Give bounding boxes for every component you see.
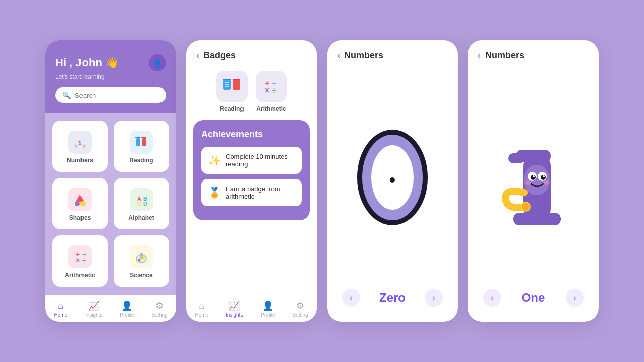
svg-rect-30 [223,79,231,80]
svg-rect-5 [136,138,140,146]
number-nav-one: ‹ One › [468,289,599,322]
svg-text:×: × [76,256,80,264]
home-icon2: ⌂ [199,301,204,311]
search-bar[interactable]: 🔍 [55,87,166,103]
svg-rect-4 [133,134,149,150]
zero-screen: ‹ Numbers ‹ Zero › [327,40,458,322]
back-button-one[interactable]: ‹ [478,50,481,61]
reading-label: Reading [129,157,153,164]
science-label: Science [130,272,152,279]
number-nav-zero: ‹ Zero › [327,289,458,322]
grid-item-arithmetic[interactable]: + − × ÷ Arithmetic [52,235,108,287]
next-arrow-zero[interactable]: › [425,289,443,307]
nav-setting[interactable]: ⚙ Setting [151,300,167,318]
alphabet-icon: A B C D [130,188,153,211]
prev-arrow-one[interactable]: ‹ [483,289,501,307]
achievement-reading-icon: ✨ [208,154,221,166]
one-character-svg [488,122,579,233]
nav-home-label: Home [54,312,67,318]
nav2-profile[interactable]: 👤 Profile [261,300,275,318]
svg-point-11 [80,201,86,206]
svg-rect-7 [135,137,140,138]
svg-point-47 [524,165,550,195]
numbers-label: Numbers [67,157,93,164]
alphabet-label: Alphabet [128,214,154,221]
grid-item-numbers[interactable]: 1 2 3 Numbers [52,121,108,172]
reading-badge-label: Reading [220,105,244,112]
svg-rect-8 [141,137,146,138]
profile-icon2: 👤 [262,300,273,311]
svg-point-53 [543,175,545,177]
subtitle-text: Let's start learning [55,73,166,80]
page-title-one: Numbers [485,50,524,61]
arithmetic-icon: + − × ÷ [68,245,92,268]
one-screen: ‹ Numbers [468,40,599,322]
top-nav-one: ‹ Numbers [468,40,599,66]
svg-point-42 [390,177,395,183]
next-arrow-one[interactable]: › [566,289,584,307]
greeting-label: Hi , John [55,56,102,69]
nav-home[interactable]: ⌂ Home [54,301,67,318]
arithmetic-label: Arithmetic [65,272,95,279]
profile-icon: 👤 [121,300,132,311]
nav2-setting[interactable]: ⚙ Setting [292,300,308,318]
badge-reading[interactable]: Reading [216,71,248,112]
prev-arrow-zero[interactable]: ‹ [342,289,360,307]
top-nav-zero: ‹ Numbers [327,40,458,66]
home-screen: Hi , John 👋 👤 Let's start learning 🔍 1 2… [45,40,176,322]
svg-point-54 [525,180,531,185]
greeting-text: Hi , John 👋 [55,56,119,69]
numbers-icon: 1 2 3 [68,131,92,154]
nav2-home[interactable]: ⌂ Home [195,301,208,318]
svg-point-12 [75,201,80,206]
back-button-zero[interactable]: ‹ [337,50,340,61]
reading-icon [130,131,153,154]
svg-rect-44 [513,213,561,225]
achievement-reading-text: Complete 10 minutes reading [226,153,295,168]
svg-text:2: 2 [74,144,77,149]
svg-point-55 [543,180,549,185]
grid-item-science[interactable]: Science [114,235,169,287]
badge-arithmetic[interactable]: + − × ÷ Arithmetic [256,71,287,112]
shapes-icon [68,188,92,211]
nav-profile-label: Profile [120,312,134,318]
nav-insights[interactable]: 📈 Insights [85,300,102,318]
search-input[interactable] [75,92,159,99]
svg-point-57 [522,203,530,211]
subject-grid: 1 2 3 Numbers Reading [45,113,176,295]
reading-badge-icon [216,71,248,102]
nav2-home-label: Home [195,312,208,318]
one-display [468,66,599,289]
nav2-insights-label: Insights [226,312,243,318]
number-label-zero: Zero [379,291,406,305]
achievement-arithmetic[interactable]: 🏅 Earn a badge from arithmetic [201,179,302,206]
svg-text:÷: ÷ [272,86,276,95]
svg-rect-33 [225,84,229,85]
svg-text:1: 1 [78,139,82,147]
svg-rect-32 [225,82,229,83]
nav-profile[interactable]: 👤 Profile [120,300,134,318]
zero-svg [352,125,433,230]
grid-item-shapes[interactable]: Shapes [52,178,108,229]
insights-icon2: 📈 [229,300,240,311]
svg-rect-6 [142,138,146,146]
svg-text:D: D [143,201,147,207]
number-label-one: One [522,291,545,305]
wave-emoji: 👋 [105,56,119,69]
achievements-title: Achievements [201,129,302,140]
search-icon: 🔍 [62,91,71,99]
grid-item-alphabet[interactable]: A B C D Alphabet [114,178,169,229]
badges-screen: ‹ Badges Reading + − [186,40,317,322]
arithmetic-badge-label: Arithmetic [256,105,286,112]
grid-item-reading[interactable]: Reading [114,121,169,172]
bottom-nav: ⌂ Home 📈 Insights 👤 Profile ⚙ Setting [45,295,176,322]
zero-display [327,66,458,289]
svg-rect-46 [508,153,524,163]
nav-insights-label: Insights [85,312,102,318]
insights-icon: 📈 [88,300,99,311]
avatar[interactable]: 👤 [149,54,166,71]
nav2-insights[interactable]: 📈 Insights [226,300,243,318]
achievement-reading[interactable]: ✨ Complete 10 minutes reading [201,147,302,174]
nav2-profile-label: Profile [261,312,275,318]
back-button[interactable]: ‹ [196,50,199,61]
